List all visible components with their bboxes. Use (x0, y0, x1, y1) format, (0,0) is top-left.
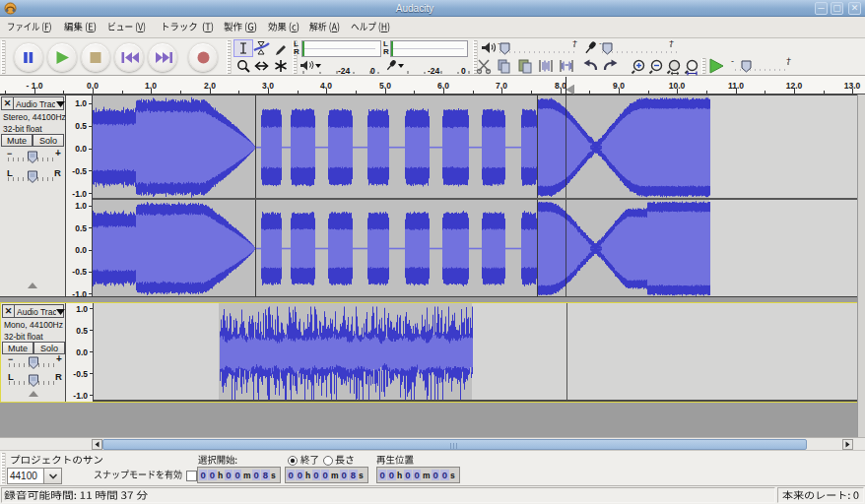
svg-text:+: + (572, 40, 577, 47)
svg-text:-24: -24 (428, 66, 440, 76)
svg-text:-24: -24 (338, 66, 351, 76)
svg-text:-: - (599, 40, 602, 47)
svg-text:+: + (669, 40, 674, 47)
svg-text:+: + (786, 57, 791, 65)
svg-text:0: 0 (370, 66, 375, 76)
svg-text:-: - (731, 57, 734, 66)
svg-text:0: 0 (461, 66, 466, 76)
